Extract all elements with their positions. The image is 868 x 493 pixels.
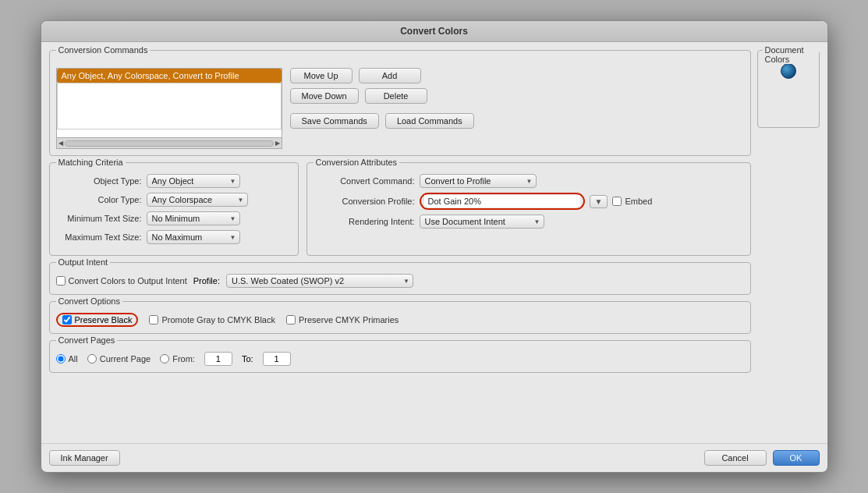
convert-command-label: Convert Command: [314,176,415,186]
scroll-left-arrow[interactable]: ◀ [58,140,63,147]
output-profile-select[interactable]: U.S. Web Coated (SWOP) v2 [226,274,413,288]
scroll-track[interactable] [65,140,274,147]
load-commands-button[interactable]: Load Commands [385,113,474,129]
color-type-label: Color Type: [56,195,142,204]
preserve-black-highlight: Preserve Black [56,313,139,327]
right-panel: Document Colors [757,50,820,435]
scroll-right-arrow[interactable]: ▶ [275,140,280,147]
commands-list-empty-area [57,83,282,129]
min-text-wrapper: No Minimum [147,211,240,225]
move-down-button[interactable]: Move Down [290,88,359,104]
rendering-intent-select[interactable]: Use Document Intent [420,215,544,229]
current-page-radio[interactable] [87,354,97,364]
from-radio-label: From: [160,354,195,364]
min-text-select[interactable]: No Minimum [147,211,240,225]
preserve-black-label: Preserve Black [75,315,133,325]
title-bar: Convert Colors [41,21,827,42]
convert-options-section: Convert Options Preserve Black Promote G… [49,301,751,334]
embed-checkbox-label: Embed [612,197,652,206]
conversion-commands-label: Conversion Commands [56,45,151,55]
current-page-radio-text: Current Page [100,354,151,364]
ok-button[interactable]: OK [773,450,820,466]
dot-gain-highlight [420,193,585,210]
ink-manager-button[interactable]: Ink Manager [49,450,120,466]
from-input[interactable] [204,352,232,366]
output-profile-wrapper: U.S. Web Coated (SWOP) v2 [226,274,413,288]
output-intent-checkbox[interactable] [56,276,66,286]
promote-gray-checkbox[interactable] [149,315,158,325]
matching-criteria-section: Matching Criteria Object Type: Any Objec… [49,162,299,256]
current-page-radio-label: Current Page [87,354,151,364]
add-button[interactable]: Add [359,68,421,83]
color-globe [781,63,796,79]
output-intent-section: Output Intent Convert Colors to Output I… [49,262,751,295]
max-text-wrapper: No Maximum [147,230,240,244]
conversion-profile-label: Conversion Profile: [314,197,415,206]
promote-gray-checkbox-label: Promote Gray to CMYK Black [149,315,275,325]
preserve-black-checkbox[interactable] [62,315,72,325]
convert-pages-section: Convert Pages All Current Page From: [49,340,751,373]
rendering-intent-label: Rendering Intent: [314,217,415,226]
document-colors-section: Document Colors [757,50,820,128]
from-radio-text: From: [172,354,195,364]
min-text-label: Minimum Text Size: [56,214,142,223]
all-radio-label: All [56,354,78,364]
delete-button[interactable]: Delete [365,88,427,104]
object-type-wrapper: Any Object [147,174,240,188]
conversion-attributes-section: Conversion Attributes Convert Command: C… [306,162,751,256]
convert-pages-label: Convert Pages [56,335,118,345]
profile-dropdown-arrow[interactable]: ▼ [590,195,608,208]
max-text-label: Maximum Text Size: [56,232,142,242]
move-up-button[interactable]: Move Up [290,68,353,83]
conversion-attributes-label: Conversion Attributes [314,158,400,167]
embed-label: Embed [625,197,652,206]
conversion-profile-input[interactable] [424,195,580,207]
output-intent-checkbox-text: Convert Colors to Output Intent [69,276,187,286]
conversion-commands-section: Conversion Commands Any Object, Any Colo… [49,50,751,156]
dialog-title: Convert Colors [400,26,468,37]
all-radio[interactable] [56,354,66,364]
embed-checkbox[interactable] [612,197,622,206]
preserve-cmyk-checkbox[interactable] [286,315,296,325]
to-input[interactable] [263,352,291,366]
document-colors-label: Document Colors [763,45,819,64]
list-scrollbar[interactable]: ◀ ▶ [56,138,282,149]
convert-command-wrapper: Convert to Profile [420,174,537,188]
profile-text-label: Profile: [193,276,220,286]
preserve-cmyk-label: Preserve CMYK Primaries [299,315,399,325]
from-radio[interactable] [160,354,169,364]
output-intent-checkbox-label: Convert Colors to Output Intent [56,276,187,286]
commands-list-item[interactable]: Any Object, Any Colorspace, Convert to P… [57,69,282,83]
cancel-button[interactable]: Cancel [704,450,767,466]
save-commands-button[interactable]: Save Commands [290,113,379,129]
preserve-cmyk-checkbox-label: Preserve CMYK Primaries [286,315,399,325]
convert-colors-dialog: Convert Colors Conversion Commands Any O… [41,20,828,473]
profile-field-container: ▼ Embed [420,193,653,210]
rendering-intent-wrapper: Use Document Intent [420,215,544,229]
matching-criteria-label: Matching Criteria [56,158,126,167]
dialog-actions: Cancel OK [704,450,820,466]
color-type-select[interactable]: Any Colorspace [147,193,248,207]
color-type-wrapper: Any Colorspace [147,193,248,207]
max-text-select[interactable]: No Maximum [147,230,240,244]
object-type-select[interactable]: Any Object [147,174,240,188]
promote-gray-label: Promote Gray to CMYK Black [161,315,275,325]
convert-command-select[interactable]: Convert to Profile [420,174,537,188]
output-intent-label: Output Intent [56,257,111,267]
convert-options-label: Convert Options [56,296,122,306]
object-type-label: Object Type: [56,176,142,186]
to-label: To: [242,354,253,364]
bottom-bar: Ink Manager Cancel OK [41,443,827,472]
commands-list[interactable]: Any Object, Any Colorspace, Convert to P… [56,68,282,138]
all-radio-text: All [69,354,78,364]
